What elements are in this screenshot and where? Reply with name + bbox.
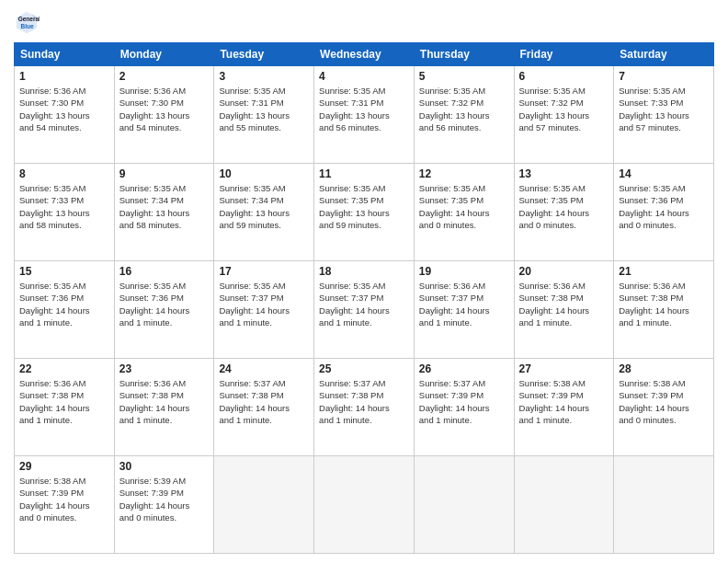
weekday-header-thursday: Thursday <box>414 43 514 66</box>
calendar-cell: 5Sunrise: 5:35 AMSunset: 7:32 PMDaylight… <box>414 66 514 164</box>
day-number: 30 <box>119 460 210 473</box>
cell-info: Sunrise: 5:36 AMSunset: 7:38 PMDaylight:… <box>19 377 109 426</box>
cell-info: Sunrise: 5:35 AMSunset: 7:31 PMDaylight:… <box>219 85 309 133</box>
cell-info: Sunrise: 5:38 AMSunset: 7:39 PMDaylight:… <box>19 475 109 523</box>
weekday-header-tuesday: Tuesday <box>214 43 314 66</box>
calendar-cell: 12Sunrise: 5:35 AMSunset: 7:35 PMDayligh… <box>414 164 514 261</box>
weekday-header-wednesday: Wednesday <box>314 43 415 66</box>
calendar-cell: 17Sunrise: 5:35 AMSunset: 7:37 PMDayligh… <box>214 261 314 359</box>
calendar-cell: 11Sunrise: 5:35 AMSunset: 7:35 PMDayligh… <box>314 164 415 261</box>
cell-info: Sunrise: 5:35 AMSunset: 7:36 PMDaylight:… <box>19 280 109 328</box>
cell-info: Sunrise: 5:35 AMSunset: 7:33 PMDaylight:… <box>619 85 709 133</box>
cell-info: Sunrise: 5:35 AMSunset: 7:35 PMDaylight:… <box>319 182 409 231</box>
day-number: 22 <box>19 362 109 375</box>
calendar-page: General Blue SundayMondayTuesdayWednesda… <box>0 0 728 563</box>
calendar-row-4: 22Sunrise: 5:36 AMSunset: 7:38 PMDayligh… <box>15 359 714 456</box>
cell-info: Sunrise: 5:35 AMSunset: 7:34 PMDaylight:… <box>219 182 309 231</box>
calendar-cell <box>614 456 714 554</box>
cell-info: Sunrise: 5:36 AMSunset: 7:30 PMDaylight:… <box>119 85 210 133</box>
logo-icon: General Blue <box>14 9 40 35</box>
calendar-cell: 22Sunrise: 5:36 AMSunset: 7:38 PMDayligh… <box>15 359 115 456</box>
cell-info: Sunrise: 5:36 AMSunset: 7:38 PMDaylight:… <box>619 280 709 328</box>
calendar-cell: 21Sunrise: 5:36 AMSunset: 7:38 PMDayligh… <box>614 261 714 359</box>
weekday-header-monday: Monday <box>114 43 214 66</box>
day-number: 24 <box>219 362 309 375</box>
calendar-cell: 4Sunrise: 5:35 AMSunset: 7:31 PMDaylight… <box>314 66 415 164</box>
calendar-cell: 18Sunrise: 5:35 AMSunset: 7:37 PMDayligh… <box>314 261 415 359</box>
day-number: 19 <box>419 265 509 278</box>
calendar-row-5: 29Sunrise: 5:38 AMSunset: 7:39 PMDayligh… <box>15 456 714 554</box>
calendar-table: SundayMondayTuesdayWednesdayThursdayFrid… <box>14 42 714 554</box>
cell-info: Sunrise: 5:35 AMSunset: 7:33 PMDaylight:… <box>19 182 109 231</box>
day-number: 7 <box>619 70 709 83</box>
calendar-cell: 28Sunrise: 5:38 AMSunset: 7:39 PMDayligh… <box>614 359 714 456</box>
cell-info: Sunrise: 5:35 AMSunset: 7:37 PMDaylight:… <box>219 280 309 328</box>
day-number: 16 <box>119 265 210 278</box>
cell-info: Sunrise: 5:35 AMSunset: 7:35 PMDaylight:… <box>519 182 609 231</box>
day-number: 21 <box>619 265 709 278</box>
day-number: 8 <box>19 167 109 180</box>
day-number: 2 <box>119 70 210 83</box>
weekday-header-friday: Friday <box>514 43 614 66</box>
cell-info: Sunrise: 5:39 AMSunset: 7:39 PMDaylight:… <box>119 475 210 523</box>
cell-info: Sunrise: 5:36 AMSunset: 7:38 PMDaylight:… <box>119 377 210 426</box>
day-number: 20 <box>519 265 609 278</box>
cell-info: Sunrise: 5:35 AMSunset: 7:37 PMDaylight:… <box>319 280 409 328</box>
cell-info: Sunrise: 5:37 AMSunset: 7:39 PMDaylight:… <box>419 377 509 426</box>
cell-info: Sunrise: 5:35 AMSunset: 7:36 PMDaylight:… <box>119 280 210 328</box>
day-number: 10 <box>219 167 309 180</box>
day-number: 12 <box>419 167 509 180</box>
calendar-cell: 14Sunrise: 5:35 AMSunset: 7:36 PMDayligh… <box>614 164 714 261</box>
day-number: 25 <box>319 362 409 375</box>
calendar-cell: 8Sunrise: 5:35 AMSunset: 7:33 PMDaylight… <box>15 164 115 261</box>
day-number: 11 <box>319 167 409 180</box>
day-number: 5 <box>419 70 509 83</box>
calendar-cell <box>214 456 314 554</box>
calendar-cell <box>514 456 614 554</box>
calendar-cell <box>314 456 415 554</box>
day-number: 18 <box>319 265 409 278</box>
calendar-cell: 3Sunrise: 5:35 AMSunset: 7:31 PMDaylight… <box>214 66 314 164</box>
calendar-row-1: 1Sunrise: 5:36 AMSunset: 7:30 PMDaylight… <box>15 66 714 164</box>
cell-info: Sunrise: 5:35 AMSunset: 7:31 PMDaylight:… <box>319 85 409 133</box>
calendar-cell: 1Sunrise: 5:36 AMSunset: 7:30 PMDaylight… <box>15 66 115 164</box>
calendar-cell: 9Sunrise: 5:35 AMSunset: 7:34 PMDaylight… <box>114 164 214 261</box>
cell-info: Sunrise: 5:35 AMSunset: 7:36 PMDaylight:… <box>619 182 709 231</box>
day-number: 15 <box>19 265 109 278</box>
calendar-cell: 24Sunrise: 5:37 AMSunset: 7:38 PMDayligh… <box>214 359 314 456</box>
cell-info: Sunrise: 5:37 AMSunset: 7:38 PMDaylight:… <box>219 377 309 426</box>
cell-info: Sunrise: 5:38 AMSunset: 7:39 PMDaylight:… <box>519 377 609 426</box>
calendar-cell: 10Sunrise: 5:35 AMSunset: 7:34 PMDayligh… <box>214 164 314 261</box>
day-number: 1 <box>19 70 109 83</box>
calendar-cell: 20Sunrise: 5:36 AMSunset: 7:38 PMDayligh… <box>514 261 614 359</box>
cell-info: Sunrise: 5:36 AMSunset: 7:37 PMDaylight:… <box>419 280 509 328</box>
cell-info: Sunrise: 5:35 AMSunset: 7:34 PMDaylight:… <box>119 182 210 231</box>
calendar-cell: 30Sunrise: 5:39 AMSunset: 7:39 PMDayligh… <box>114 456 214 554</box>
day-number: 23 <box>119 362 210 375</box>
calendar-cell: 29Sunrise: 5:38 AMSunset: 7:39 PMDayligh… <box>15 456 115 554</box>
weekday-header-sunday: Sunday <box>15 43 115 66</box>
calendar-cell: 13Sunrise: 5:35 AMSunset: 7:35 PMDayligh… <box>514 164 614 261</box>
calendar-cell: 15Sunrise: 5:35 AMSunset: 7:36 PMDayligh… <box>15 261 115 359</box>
calendar-cell: 2Sunrise: 5:36 AMSunset: 7:30 PMDaylight… <box>114 66 214 164</box>
day-number: 29 <box>19 460 109 473</box>
svg-text:Blue: Blue <box>20 23 33 29</box>
cell-info: Sunrise: 5:37 AMSunset: 7:38 PMDaylight:… <box>319 377 409 426</box>
cell-info: Sunrise: 5:38 AMSunset: 7:39 PMDaylight:… <box>619 377 709 426</box>
calendar-cell: 16Sunrise: 5:35 AMSunset: 7:36 PMDayligh… <box>114 261 214 359</box>
svg-text:General: General <box>18 16 40 22</box>
calendar-cell: 27Sunrise: 5:38 AMSunset: 7:39 PMDayligh… <box>514 359 614 456</box>
calendar-cell: 25Sunrise: 5:37 AMSunset: 7:38 PMDayligh… <box>314 359 415 456</box>
calendar-cell: 19Sunrise: 5:36 AMSunset: 7:37 PMDayligh… <box>414 261 514 359</box>
day-number: 9 <box>119 167 210 180</box>
cell-info: Sunrise: 5:35 AMSunset: 7:35 PMDaylight:… <box>419 182 509 231</box>
cell-info: Sunrise: 5:36 AMSunset: 7:30 PMDaylight:… <box>19 85 109 133</box>
calendar-row-3: 15Sunrise: 5:35 AMSunset: 7:36 PMDayligh… <box>15 261 714 359</box>
day-number: 28 <box>619 362 709 375</box>
calendar-cell: 26Sunrise: 5:37 AMSunset: 7:39 PMDayligh… <box>414 359 514 456</box>
day-number: 17 <box>219 265 309 278</box>
day-number: 3 <box>219 70 309 83</box>
cell-info: Sunrise: 5:35 AMSunset: 7:32 PMDaylight:… <box>419 85 509 133</box>
weekday-header-row: SundayMondayTuesdayWednesdayThursdayFrid… <box>15 43 714 66</box>
cell-info: Sunrise: 5:36 AMSunset: 7:38 PMDaylight:… <box>519 280 609 328</box>
